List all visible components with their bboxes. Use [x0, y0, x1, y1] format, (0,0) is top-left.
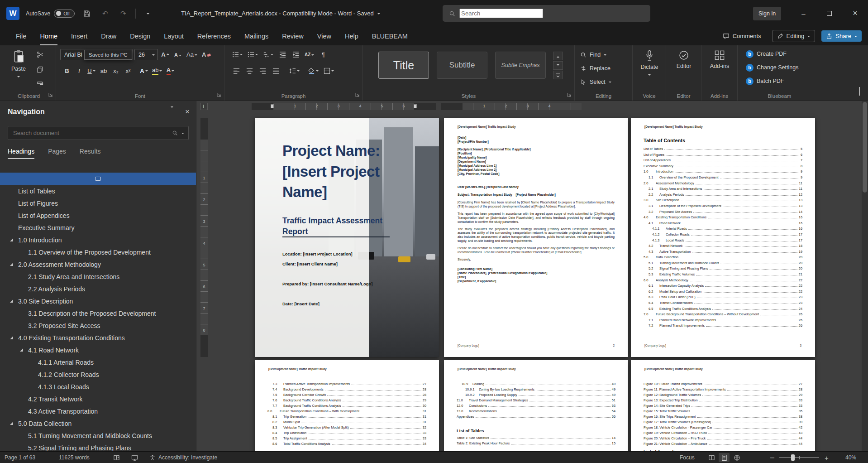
maximize-button[interactable] [816, 0, 842, 27]
nav-tab-results[interactable]: Results [80, 148, 101, 159]
ribbon-tab-draw[interactable]: Draw [94, 27, 123, 45]
multilevel-list-button[interactable] [262, 49, 275, 60]
page-6-figures[interactable]: [Development Name] Traffic Impact Study … [631, 360, 815, 451]
navigation-search-input[interactable] [12, 129, 168, 137]
copy-button[interactable] [34, 64, 45, 75]
gallery-scroll-up-button[interactable] [553, 52, 563, 60]
collapse-triangle-icon[interactable] [20, 348, 23, 352]
bluebeam-create-pdf-button[interactable]: bCreate PDF [746, 47, 798, 61]
page-indicator[interactable]: Page 1 of 63 [5, 452, 35, 463]
underline-button[interactable]: U [86, 65, 97, 76]
superscript-button[interactable]: x² [123, 65, 134, 76]
font-size-input[interactable] [138, 51, 152, 58]
paste-button[interactable]: Paste [5, 48, 32, 79]
style-card-title[interactable]: Title [378, 52, 429, 79]
font-dialog-launcher[interactable] [216, 92, 222, 97]
ribbon-tab-design[interactable]: Design [123, 27, 157, 45]
zoom-slider-track[interactable] [779, 457, 819, 458]
editor-button[interactable]: Editor [671, 48, 697, 69]
bold-button[interactable]: B [62, 65, 72, 76]
cut-button[interactable] [34, 49, 45, 60]
select-button[interactable]: Select [580, 76, 611, 88]
page-3-toc[interactable]: [Development Name] Traffic Impact Study … [631, 118, 815, 357]
nav-heading-item[interactable]: 4.1.3 Local Roads [0, 381, 196, 393]
gallery-scroll-down-button[interactable] [553, 61, 563, 70]
ribbon-tab-bluebeam[interactable]: BLUEBEAM [365, 27, 415, 45]
page-2-letter[interactable]: [Development Name] Traffic Impact Study … [444, 118, 628, 357]
font-size-combo[interactable] [134, 49, 158, 60]
nav-heading-item[interactable]: 1.1 Overview of the Proposed Development [0, 246, 196, 258]
font-color-button[interactable]: A [165, 65, 176, 76]
nav-heading-item[interactable]: 1.0 Introduction [0, 234, 196, 246]
autosave-control[interactable]: AutoSave Off [26, 10, 75, 18]
change-case-button[interactable]: Aa [185, 49, 199, 60]
borders-button[interactable] [322, 65, 335, 76]
gallery-more-button[interactable] [553, 71, 563, 79]
format-painter-button[interactable] [34, 79, 45, 90]
document-title[interactable]: TIA_Report_Template_Arterials.docx - Com… [149, 0, 412, 27]
italic-button[interactable]: I [74, 65, 85, 76]
proofing-errors-button[interactable] [113, 452, 120, 463]
read-mode-button[interactable] [706, 453, 717, 462]
ribbon-tab-review[interactable]: Review [275, 27, 310, 45]
paragraph-dialog-launcher[interactable] [355, 92, 360, 97]
bluebeam-batch-pdf-button[interactable]: bBatch PDF [746, 74, 798, 88]
sign-in-button[interactable]: Sign in [753, 7, 781, 20]
ribbon-tab-mailings[interactable]: Mailings [238, 27, 275, 45]
print-layout-button[interactable] [719, 453, 730, 462]
close-button[interactable]: × [842, 0, 868, 27]
vertical-scrollbar[interactable] [862, 101, 868, 451]
style-card-subtitle[interactable]: Subtitle [437, 52, 487, 79]
page-4-toc[interactable]: [Development Name] Traffic Impact Study … [255, 360, 439, 451]
numbering-button[interactable] [246, 49, 259, 60]
search-bar[interactable] [443, 5, 650, 22]
nav-heading-item[interactable]: List of Figures [0, 197, 196, 209]
clear-formatting-button[interactable]: A [200, 49, 212, 60]
nav-heading-item[interactable]: 4.1.1 Arterial Roads [0, 356, 196, 368]
nav-heading-item[interactable]: Executive Summary [0, 222, 196, 234]
nav-heading-item[interactable]: 2.0 Assessment Methodology [0, 258, 196, 270]
right-indent-marker[interactable] [414, 104, 417, 108]
line-spacing-button[interactable] [288, 65, 301, 76]
editing-mode-button[interactable]: Editing [772, 30, 816, 42]
align-center-button[interactable] [244, 65, 255, 76]
navigation-close-button[interactable]: × [185, 107, 190, 116]
collapse-triangle-icon[interactable] [10, 263, 13, 266]
justify-button[interactable] [270, 65, 281, 76]
bullets-button[interactable] [231, 49, 244, 60]
nav-heading-item[interactable]: 5.2 Signal Timing and Phasing Plans [0, 442, 196, 451]
ribbon-tab-help[interactable]: Help [338, 27, 365, 45]
nav-heading-item[interactable]: 4.1 Road Network [0, 344, 196, 356]
nav-tab-headings[interactable]: Headings [8, 148, 34, 159]
nav-heading-item[interactable]: 2.1 Study Area and Intersections [0, 270, 196, 283]
decrease-indent-button[interactable] [277, 49, 288, 60]
ribbon-tab-layout[interactable]: Layout [157, 27, 191, 45]
zoom-level[interactable]: 40% [845, 452, 856, 463]
increase-indent-button[interactable] [290, 49, 301, 60]
word-count[interactable]: 11625 words [59, 452, 90, 463]
shading-button[interactable] [307, 65, 320, 76]
zoom-slider-thumb[interactable] [791, 454, 795, 461]
dictate-button[interactable]: Dictate [636, 48, 663, 77]
word-logo[interactable]: W [6, 7, 19, 20]
collapse-triangle-icon[interactable] [10, 422, 13, 425]
minimize-button[interactable]: – [791, 0, 816, 27]
nav-heading-item[interactable]: 2.2 Analysis Periods [0, 283, 196, 295]
comments-button[interactable]: Comments [718, 30, 766, 42]
nav-heading-item[interactable]: 4.0 Existing Transportation Conditions [0, 332, 196, 344]
display-settings-button[interactable] [131, 452, 138, 463]
ribbon-tab-insert[interactable]: Insert [64, 27, 94, 45]
highlight-color-button[interactable]: ab [151, 65, 163, 76]
focus-mode-button[interactable]: Focus [680, 452, 695, 463]
share-button[interactable]: Share [821, 30, 862, 42]
zoom-out-button[interactable]: – [770, 452, 774, 463]
nav-heading-item[interactable]: 3.2 Proposed Site Access [0, 319, 196, 332]
ribbon-tab-references[interactable]: References [191, 27, 238, 45]
navigation-search-box[interactable] [8, 126, 189, 140]
collapse-ribbon-button[interactable] [859, 88, 860, 96]
navigation-options-button[interactable] [171, 108, 173, 116]
replace-button[interactable]: Replace [580, 63, 610, 74]
nav-heading-item[interactable]: 5.0 Data Collection [0, 417, 196, 429]
save-button[interactable] [81, 8, 93, 19]
zoom-in-button[interactable]: + [825, 452, 829, 463]
